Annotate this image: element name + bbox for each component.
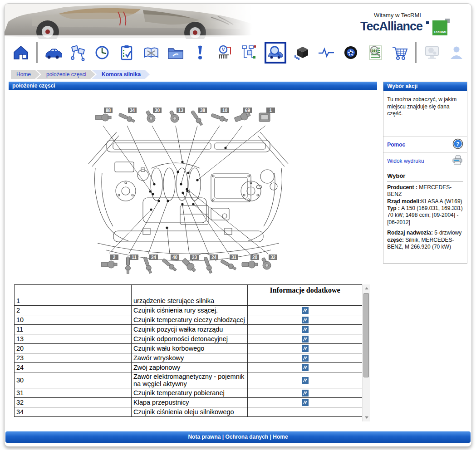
vehicle-select-icon[interactable] — [44, 44, 62, 62]
footer-link-privacy[interactable]: Ochrona danych — [225, 434, 268, 440]
diagram-part-1[interactable]: 1 — [259, 108, 275, 122]
action-panel-description: Tu można zobaczyć, w jakim miejscu znajd… — [383, 91, 467, 136]
breadcrumb: Home położenie częsci Komora silnika — [5, 66, 471, 82]
footer-bar: Nota prawna | Ochrona danych | Home — [5, 431, 471, 443]
diagram-part-69[interactable]: 69 — [234, 108, 252, 123]
breadcrumb-home[interactable]: Home — [11, 70, 40, 79]
diagram-part-40[interactable]: 40 — [161, 254, 179, 272]
settings-monitor-icon[interactable] — [423, 44, 441, 62]
table-row[interactable]: 32Klapa przepustnicy — [15, 398, 363, 407]
svg-text:1: 1 — [270, 108, 272, 113]
diagram-part-34[interactable]: 34 — [118, 108, 137, 123]
part-location-icon-selected[interactable] — [265, 42, 286, 64]
inspection-checklist-icon[interactable] — [118, 44, 136, 62]
diagram-part-32[interactable]: 32 — [261, 254, 277, 269]
diagram-part-30[interactable]: 30 — [146, 108, 162, 122]
diagram-part-11[interactable]: 11 — [126, 254, 139, 274]
service-intervals-icon[interactable] — [93, 44, 111, 62]
tecalliance-logo: TecAlliance — [360, 20, 422, 32]
diagram-part-2[interactable]: 2 — [101, 254, 118, 268]
scrollbar-thumb[interactable] — [363, 293, 369, 377]
vehicle-body-type: Rodzaj nadwozia: 5-drzwiowy — [387, 230, 463, 236]
footer-link-home[interactable]: Home — [273, 434, 288, 440]
diagram-part-23[interactable]: 23 — [181, 254, 199, 274]
main-toolbar: V 589 — [5, 39, 471, 66]
selection-title: Wybór — [387, 172, 463, 179]
svg-text:34: 34 — [130, 108, 135, 113]
diagram-part-24a[interactable]: 24 — [142, 254, 158, 274]
help-link[interactable]: Pomoc — [387, 142, 405, 148]
printer-icon[interactable] — [451, 155, 463, 167]
table-row[interactable]: 23Zawór wtryskowy — [15, 353, 363, 363]
table-row[interactable]: 2Czujnik ciśnienia rury ssącej. — [15, 306, 363, 315]
table-row[interactable]: 20Czujnik wału korbowego — [15, 344, 363, 353]
svg-text:31: 31 — [231, 255, 237, 260]
table-row[interactable]: 30Zawór elektromagnetyczny - pojemnik na… — [15, 372, 363, 388]
diagram-part-13[interactable]: 13 — [169, 108, 185, 122]
schematic-link-icon[interactable] — [302, 377, 309, 384]
breadcrumb-engine-bay[interactable]: Komora silnika — [92, 70, 150, 79]
scroll-up-button[interactable] — [363, 284, 370, 292]
print-view-link[interactable]: Widok wydruku — [387, 158, 424, 164]
col-info-header: Informacje dodatkowe — [248, 285, 363, 296]
selection-divider — [387, 181, 463, 181]
table-row[interactable]: 1urządzenie sterujące silnika — [15, 296, 363, 306]
wheel-icon[interactable] — [342, 44, 360, 62]
wiring-diagram-icon[interactable] — [240, 44, 258, 62]
schematic-link-icon[interactable] — [302, 317, 309, 323]
schematic-link-icon[interactable] — [302, 345, 309, 352]
col-name-header — [132, 285, 248, 296]
diagram-part-24b[interactable]: 24 — [203, 254, 218, 274]
schematic-link-icon[interactable] — [302, 326, 309, 333]
svg-text:13: 13 — [178, 108, 184, 113]
schematic-link-icon[interactable] — [302, 364, 309, 371]
schematic-link-icon[interactable] — [302, 390, 309, 396]
table-scrollbar[interactable] — [362, 284, 370, 421]
logo-trademark-dot — [426, 21, 429, 24]
schematic-link-icon[interactable] — [302, 336, 309, 342]
breadcrumb-part-location[interactable]: położenie częsci — [36, 70, 95, 79]
diagram-part-20[interactable]: 20 — [242, 254, 259, 268]
svg-text:20: 20 — [252, 255, 258, 260]
user-icon[interactable] — [447, 44, 466, 62]
main-panel: położenie częsci — [9, 82, 377, 421]
engine-parts-icon[interactable] — [69, 44, 87, 62]
help-icon[interactable]: ? — [452, 138, 463, 151]
labour-values-icon[interactable]: 589 — [366, 44, 384, 62]
diagram-part-38[interactable]: 38 — [190, 108, 207, 127]
schematic-link-icon[interactable] — [302, 399, 309, 406]
welcome-block: Witamy w TecRMI TecAlliance TecRMI — [345, 12, 450, 36]
table-header-row: Informacje dodatkowe — [15, 285, 363, 296]
repair-folder-icon[interactable] — [167, 44, 185, 62]
warning-icon[interactable] — [191, 44, 209, 62]
table-row[interactable]: 13Czujnik odporności detonacyjnej — [15, 334, 363, 344]
table-row[interactable]: 31Czujnik temperatury pobieranej — [15, 388, 363, 398]
voltmeter-icon[interactable]: V — [216, 44, 234, 62]
svg-text:11: 11 — [132, 255, 137, 260]
vehicle-details: Producent : MERCEDES-BENZ Rząd modeli:KL… — [387, 184, 463, 250]
diagram-part-88[interactable]: 88 — [95, 108, 113, 121]
part-location-diagram: 88 34 30 13 38 10 69 1 2 11 24 40 23 24 … — [9, 90, 377, 284]
footer-link-legal[interactable]: Nota prawna — [188, 434, 221, 440]
svg-text:24: 24 — [151, 255, 157, 260]
relay-icon[interactable] — [293, 44, 311, 62]
help-row[interactable]: Pomoc ? — [383, 136, 467, 152]
diagnostics-pulse-icon[interactable] — [317, 44, 335, 62]
home-icon[interactable] — [12, 44, 30, 62]
scroll-down-button[interactable] — [363, 414, 370, 421]
page-title: położenie częsci — [9, 82, 377, 90]
manuals-icon[interactable] — [142, 44, 160, 62]
diagram-part-10[interactable]: 10 — [211, 108, 229, 123]
svg-text:69: 69 — [245, 108, 250, 113]
parts-table-container: Informacje dodatkowe 1urządzenie sterują… — [14, 284, 370, 421]
print-row[interactable]: Widok wydruku — [383, 152, 467, 169]
table-row[interactable]: 11Czujnik pozycji wałka rozrządu — [15, 325, 363, 334]
diagram-part-31[interactable]: 31 — [220, 254, 238, 271]
table-row[interactable]: 24Zwój zapłonowy — [15, 363, 363, 372]
schematic-link-icon[interactable] — [302, 355, 309, 362]
cart-icon[interactable] — [391, 44, 409, 62]
svg-text:24: 24 — [211, 255, 217, 260]
schematic-link-icon[interactable] — [302, 307, 309, 314]
table-row[interactable]: 34Czujnik ciśnienia oleju silnikowego — [15, 407, 363, 417]
table-row[interactable]: 10Czujnik temperatury cieczy chłodzącej — [15, 315, 363, 325]
